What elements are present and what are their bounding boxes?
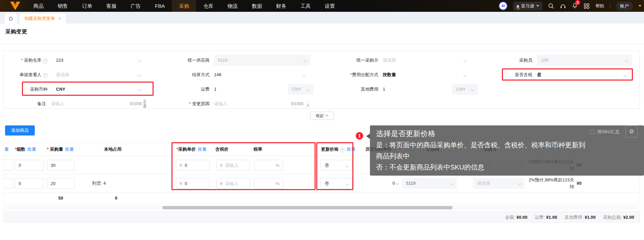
help-icon[interactable] [43,73,48,78]
chevron-down-icon [303,58,307,62]
change-reason-textarea[interactable]: 请输入 [214,98,227,109]
nav-item-settings[interactable]: 设置 [318,0,342,12]
tax-rate-input[interactable]: % [254,160,283,171]
help-icon[interactable] [43,59,48,63]
nav-item-service[interactable]: 客服 [99,0,124,12]
nav-item-purchase-active[interactable]: 采购 [172,0,196,12]
settlement-method-label: 结算方式 [166,69,210,80]
warehouse-select[interactable]: 223 [56,55,63,66]
col-box-qty: 箱数批量 [15,143,36,156]
nav-item-ads[interactable]: 广告 [124,0,148,12]
annotation-step-marker: 1 [356,132,363,140]
tax-incl-price-input[interactable]: ¥请输入 [216,178,250,189]
chevron-down-icon [137,58,141,62]
unit-price-input[interactable]: ¥0 [176,178,210,189]
fee-allocation-label: 费用分配方式 [324,69,378,80]
home-icon [8,16,14,21]
remark-label: 备注 [12,98,46,109]
tooltip-line-no: 否：不会更新商品列表中SKU的信息 [376,162,638,173]
chevron-down-icon [536,5,539,7]
buyer-label: 采购员 [488,55,532,66]
qty-cut-input[interactable] [3,178,13,189]
update-price-select[interactable]: 否 [320,160,352,171]
close-icon[interactable]: × [58,16,61,21]
notifications-bell[interactable]: 8 [572,2,578,10]
account-menu[interactable]: 账户 [616,2,633,10]
other-fee-input[interactable]: 1 [383,84,385,95]
table-settings-button[interactable]: ⚙ [625,125,638,138]
nav-item-orders[interactable]: 订单 [75,0,99,12]
marketplace-switcher[interactable]: a 亚马逊 [513,2,542,10]
currency-select[interactable]: CNY [56,84,65,95]
ai-assistant-icon[interactable]: AI [499,2,507,10]
account-chevron-icon[interactable] [639,5,641,7]
chevron-down-icon [396,182,398,185]
checkbox[interactable] [590,129,595,134]
horizontal-scrollbar-thumb[interactable] [162,206,453,209]
purchaser-select[interactable]: 请选择 [473,178,525,189]
batch-link[interactable]: 批量 [27,147,36,152]
history-price-value[interactable]: 0 [372,178,398,189]
tax-incl-price-input[interactable]: ¥请输入 [216,160,250,171]
summary-row: 50 0 [4,192,640,204]
purchase-qty-input[interactable]: 30 [47,160,75,171]
purchaser-unified-select[interactable]: 请选择 [383,55,396,66]
nav-item-finance[interactable]: 财务 [269,0,293,12]
supplier-unified-label: 统一供应商 [166,55,210,66]
help-link[interactable]: 帮助 [595,3,604,9]
box-qty-input[interactable]: 0 [15,178,44,189]
shipping-fee-input[interactable]: 1 [214,84,216,95]
other-fee-currency-select[interactable]: CNY [452,84,478,95]
arrival-note: 到货: 4 [92,178,123,189]
batch-link[interactable]: 批量 [347,147,355,152]
qty-cut-input[interactable] [3,160,13,171]
currency-label: 采购币种 [7,84,48,95]
batch-link[interactable]: 批量 [198,147,207,152]
brand-logo-icon[interactable] [9,1,21,10]
collapse-form-button[interactable]: 收起 [310,112,334,120]
nav-item-fba[interactable]: FBA [148,0,172,12]
tax-rate-input[interactable]: % [254,178,283,189]
notification-badge: 8 [575,0,580,5]
tooltip-line-yes: 是：将页面中的商品采购单价、是否含税、含税价、税率和币种更新到 [376,140,638,151]
help-icon[interactable] [340,148,345,152]
headset-icon[interactable] [560,3,566,9]
nav-item-tools[interactable]: 工具 [293,0,318,12]
col-purchase-qty: 采购量批量 [47,143,74,156]
nav-item-sales[interactable]: 销售 [51,0,75,12]
resize-handle-icon[interactable] [306,103,309,107]
supplier-select[interactable]: 5119 [402,178,457,189]
search-icon[interactable] [548,3,554,9]
tab-create-purchase-change[interactable]: 创建采购变更单 × [20,13,66,24]
col-qty-cut[interactable]: 量 [4,143,9,156]
nav-item-goods[interactable]: 商品 [26,0,51,12]
shipping-currency-select[interactable]: CNY [288,84,314,95]
remark-textarea[interactable]: 请输入 [51,98,64,109]
divider [0,44,644,44]
sku-summary-toggle[interactable]: 按SKU汇总 [590,127,620,136]
change-reason-counter: 0/1000 [277,98,303,109]
add-product-button[interactable]: 添加商品 [5,125,35,136]
fee-allocation-select[interactable]: 按数量 [383,69,396,80]
app-window: 商品 销售 订单 客服 广告 FBA 采购 仓库 物流 数据 财务 工具 设置 … [0,0,644,240]
unit-price-input[interactable]: ¥0 [176,160,210,171]
purchase-qty-input[interactable]: 20 [47,178,75,189]
buyer-select[interactable]: 100 [537,55,632,66]
apps-grid-icon[interactable] [584,3,590,9]
settlement-method-select[interactable]: 146 [214,69,221,80]
remark-counter: 0/1000 [115,98,142,109]
col-local-hold: 本地占用 [96,143,130,156]
nav-item-warehouse[interactable]: 仓库 [196,0,220,12]
batch-link[interactable]: 批量 [65,147,74,152]
local-hold-total: 0 [99,192,133,204]
supplier-unified-select[interactable]: 5119 [214,55,311,66]
tax-included-select[interactable]: 是 [537,69,541,80]
nav-item-data[interactable]: 数据 [245,0,269,12]
reviewer-select[interactable]: 请选择 [56,69,69,80]
home-tab[interactable] [5,13,17,24]
table-row: 0 20 到货: 4 ¥0 ¥请输入 % 否 0 5119 请选择 2%预付,9… [4,174,640,192]
update-price-select[interactable]: 否 [320,178,352,189]
box-qty-input[interactable]: 0 [15,160,44,171]
sku-summary-label: 按SKU汇总 [597,129,620,135]
nav-item-logistics[interactable]: 物流 [220,0,245,12]
